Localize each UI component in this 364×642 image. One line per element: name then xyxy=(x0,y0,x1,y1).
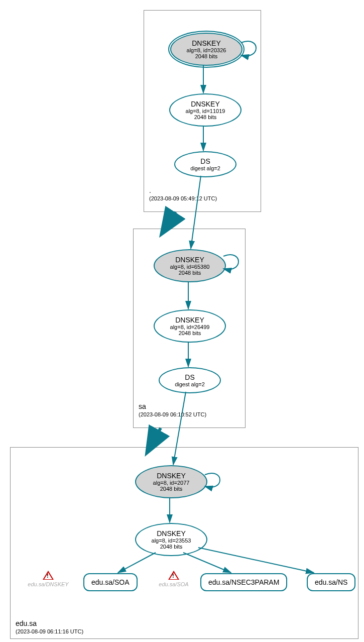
node-line2: 2048 bits xyxy=(160,544,183,550)
zone-name: sa xyxy=(139,402,206,410)
node-line2: 2048 bits xyxy=(179,330,201,336)
node-title: DS xyxy=(200,157,210,165)
zone-timestamp: (2023-08-09 06:10:52 UTC) xyxy=(139,411,206,417)
diagram-container: DNSKEY alg=8, id=20326 2048 bits DNSKEY … xyxy=(5,5,359,638)
zone-name: . xyxy=(149,186,217,194)
node-line2: 2048 bits xyxy=(195,53,218,59)
warning-icon xyxy=(168,571,179,580)
node-line2: 2048 bits xyxy=(160,486,183,492)
zone-edusa: DNSKEY alg=8, id=2077 2048 bits DNSKEY a… xyxy=(10,447,358,639)
node-line2: 2048 bits xyxy=(194,114,217,120)
svg-line-7 xyxy=(151,428,161,446)
node-title: DNSKEY xyxy=(157,472,186,480)
dnskey-sa-zsk: DNSKEY alg=8, id=26499 2048 bits xyxy=(154,309,226,343)
record-soa: edu.sa/SOA xyxy=(83,573,138,591)
node-line1: alg=8, id=26499 xyxy=(170,324,210,330)
node-title: DNSKEY xyxy=(191,100,220,108)
dnskey-edusa-zsk: DNSKEY alg=8, id=23553 2048 bits xyxy=(135,523,207,556)
node-line1: alg=8, id=11019 xyxy=(186,108,225,114)
zone-root: DNSKEY alg=8, id=20326 2048 bits DNSKEY … xyxy=(144,10,261,212)
node-line2: 2048 bits xyxy=(179,270,201,276)
zone-sa: DNSKEY alg=8, id=65380 2048 bits DNSKEY … xyxy=(133,229,246,428)
warning-label: edu.sa/DNSKEY xyxy=(21,581,76,587)
node-title: DNSKEY xyxy=(157,529,186,538)
zone-label-root: . (2023-08-09 05:49:12 UTC) xyxy=(149,186,217,201)
ds-sa: DS digest alg=2 xyxy=(159,367,221,393)
node-line1: alg=8, id=65380 xyxy=(170,264,210,270)
zone-timestamp: (2023-08-09 05:49:12 UTC) xyxy=(149,195,217,201)
warning-soa: edu.sa/SOA xyxy=(151,571,196,587)
zone-name: edu.sa xyxy=(16,619,83,627)
rrbox-soa: edu.sa/SOA xyxy=(83,573,138,591)
rrbox-ns: edu.sa/NS xyxy=(307,573,355,591)
node-line1: digest alg=2 xyxy=(190,165,220,171)
dnskey-edusa-ksk: DNSKEY alg=8, id=2077 2048 bits xyxy=(135,465,207,498)
node-title: DNSKEY xyxy=(192,39,221,47)
zone-label-sa: sa (2023-08-09 06:10:52 UTC) xyxy=(139,402,206,417)
svg-line-3 xyxy=(166,212,176,228)
node-title: DNSKEY xyxy=(175,316,204,324)
node-title: DNSKEY xyxy=(175,256,204,264)
node-title: DS xyxy=(185,373,194,381)
node-line1: alg=8, id=23553 xyxy=(152,538,191,544)
warning-icon xyxy=(43,571,54,580)
ds-root: DS digest alg=2 xyxy=(174,151,236,177)
warning-dnskey: edu.sa/DNSKEY xyxy=(21,571,76,587)
rrbox-nsec3: edu.sa/NSEC3PARAM xyxy=(200,573,287,591)
dnskey-sa-ksk: DNSKEY alg=8, id=65380 2048 bits xyxy=(154,249,226,282)
dnskey-root-ksk: DNSKEY alg=8, id=20326 2048 bits xyxy=(168,31,245,68)
zone-label-edusa: edu.sa (2023-08-09 06:11:16 UTC) xyxy=(16,619,83,634)
zone-timestamp: (2023-08-09 06:11:16 UTC) xyxy=(16,628,83,634)
node-line1: alg=8, id=20326 xyxy=(187,47,226,53)
node-line1: digest alg=2 xyxy=(175,381,205,387)
dnskey-root-zsk: DNSKEY alg=8, id=11019 2048 bits xyxy=(169,93,241,127)
record-nsec3param: edu.sa/NSEC3PARAM xyxy=(200,573,287,591)
node-line1: alg=8, id=2077 xyxy=(153,480,190,486)
record-ns: edu.sa/NS xyxy=(307,573,355,591)
warning-label: edu.sa/SOA xyxy=(151,581,196,587)
